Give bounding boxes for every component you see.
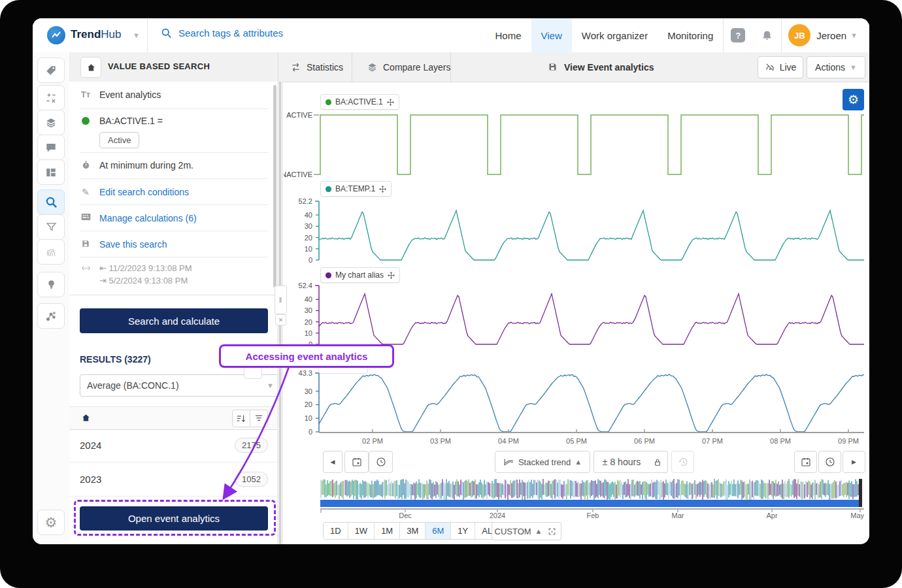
search-and-calculate-button[interactable]: Search and calculate [80, 308, 268, 333]
user-name: Jeroen [816, 30, 846, 41]
calculator-icon [80, 213, 92, 221]
history-button[interactable] [671, 451, 694, 473]
divider [723, 18, 724, 52]
pan-right-button[interactable]: ▶ [843, 451, 865, 473]
custom-range-label: CUSTOM [495, 527, 531, 536]
sidebar-fingerprint-button[interactable] [37, 239, 65, 265]
live-button[interactable]: Live [758, 56, 803, 78]
clock-right-button[interactable] [818, 451, 841, 473]
svg-text:08 PM: 08 PM [770, 437, 791, 445]
time-window-button[interactable]: ± 8 hours [593, 451, 650, 473]
statistics-tab[interactable]: Statistics [278, 52, 355, 82]
nav-monitoring[interactable]: Monitoring [658, 18, 723, 52]
divider [781, 18, 782, 52]
sort-count-button[interactable] [232, 410, 250, 427]
svg-text:0: 0 [309, 428, 312, 436]
range-button[interactable]: 1D [324, 523, 348, 539]
svg-text:30: 30 [305, 222, 312, 230]
text-icon: Tт [80, 90, 92, 99]
svg-text:43.3: 43.3 [299, 369, 312, 377]
range-button[interactable]: 1W [348, 523, 375, 539]
manage-calculations-link[interactable]: Manage calculations (6) [80, 213, 197, 223]
panel-scrollbar[interactable] [273, 85, 276, 287]
nav-work-organizer[interactable]: Work organizer [572, 18, 658, 52]
aggregate-value: Average (BA:CONC.1) [87, 380, 179, 391]
svg-text:2024: 2024 [490, 512, 505, 519]
actions-caret-icon: ▼ [850, 63, 857, 71]
nav-view[interactable]: View [531, 18, 572, 52]
user-menu[interactable]: JB Jeroen ▼ [782, 24, 864, 46]
help-icon: ? [731, 28, 745, 42]
search-placeholder: Search tags & attributes [178, 27, 283, 39]
range-button[interactable]: 1Y [451, 523, 475, 539]
trendhub-logo-icon[interactable] [47, 26, 65, 44]
panel-home-button[interactable] [80, 57, 101, 78]
sidebar-recommendations-button[interactable] [37, 272, 65, 297]
range-button-group: 1D 1W 1M 3M 6M 1Y ALL [323, 522, 504, 540]
actions-button[interactable]: Actions ▼ [807, 56, 865, 78]
pan-left-button[interactable]: ◀ [323, 451, 342, 473]
condition-row[interactable]: BA:ACTIVE.1 = Active [80, 116, 163, 148]
result-count-badge: 1052 [235, 472, 268, 487]
custom-range-button[interactable]: CUSTOM ▲ [492, 522, 545, 540]
range-button[interactable]: 3M [400, 523, 426, 539]
condition-tag: BA:ACTIVE.1 = [99, 116, 163, 126]
svg-text:20: 20 [305, 234, 312, 242]
live-label: Live [780, 62, 797, 73]
home-icon[interactable] [81, 413, 91, 423]
sidebar-tags-button[interactable] [37, 57, 65, 83]
duration-row[interactable]: At minimum during 2m. [80, 160, 193, 171]
range-button[interactable]: 1M [375, 523, 400, 539]
clock-left-button[interactable] [369, 451, 393, 473]
pencil-icon: ✎ [80, 187, 92, 197]
notifications-button[interactable] [752, 18, 781, 52]
condition-value-chip[interactable]: Active [99, 132, 139, 148]
range-button[interactable]: 6M [426, 523, 451, 539]
time-range-row[interactable]: ‹··› ⇤ 11/2/2023 9:13:08 PM ⇥ 5/2/2024 9… [80, 263, 192, 286]
layers-icon [367, 62, 378, 73]
search-name-row[interactable]: Tт Event analytics [80, 90, 161, 100]
panel-title: VALUE BASED SEARCH [108, 61, 210, 71]
sort-duration-button[interactable] [250, 410, 268, 427]
trend-charts[interactable]: ACTIVEINACTIVE52.240302010052.4403020100… [284, 85, 869, 451]
sidebar-context-button[interactable] [37, 303, 65, 329]
fingerprint-icon [45, 246, 57, 258]
nav-home[interactable]: Home [485, 18, 531, 52]
calendar-left-button[interactable] [344, 451, 369, 473]
global-search[interactable]: Search tags & attributes [161, 27, 283, 39]
sidebar-formulas-button[interactable] [37, 85, 65, 110]
svg-text:06 PM: 06 PM [634, 437, 655, 445]
chevron-left-icon: ◀ [331, 459, 335, 465]
brand-name[interactable]: TrendHub [71, 28, 121, 41]
divider [147, 18, 148, 52]
view-title-label: View Event analytics [564, 62, 654, 73]
annotation-callout: Accessing event analytics [219, 344, 394, 368]
sidebar-layers-button[interactable] [37, 110, 65, 135]
trend-mode-dropdown[interactable]: Stacked trend ▲ [495, 451, 590, 473]
svg-text:52.2: 52.2 [299, 197, 312, 205]
duration-label: At minimum during 2m. [99, 160, 193, 171]
live-off-icon [765, 63, 775, 72]
result-row-2024[interactable]: 2024 2175 [69, 429, 277, 463]
calendar-icon [801, 457, 811, 467]
calendar-right-button[interactable] [794, 451, 817, 473]
result-row-2023[interactable]: 2023 1052 [69, 463, 277, 497]
sidebar-filter-button[interactable] [37, 214, 65, 240]
app-window: TrendHub ▼ Search tags & attributes Home… [33, 18, 869, 544]
user-caret-icon: ▼ [850, 31, 858, 39]
lock-window-button[interactable] [648, 451, 668, 473]
sidebar-search-button[interactable] [37, 189, 65, 215]
sidebar-comments-button[interactable] [37, 135, 65, 160]
edit-conditions-link[interactable]: ✎ Edit search conditions [80, 187, 189, 197]
save-search-link[interactable]: Save this search [80, 239, 167, 250]
help-button[interactable]: ? [724, 18, 752, 52]
settings-button[interactable]: ⚙ [37, 510, 65, 535]
gear-icon: ⚙ [45, 515, 58, 531]
overview-timeline[interactable]: Dec2024FebMarAprMay [320, 479, 864, 521]
expand-range-button[interactable] [543, 522, 561, 540]
sidebar-dashboard-button[interactable] [37, 159, 65, 185]
compare-layers-tab[interactable]: Compare Layers [355, 52, 463, 82]
open-event-analytics-button[interactable]: Open event analytics [80, 506, 268, 531]
brand-caret-icon[interactable]: ▼ [133, 31, 140, 39]
tag-status-dot [80, 116, 92, 125]
